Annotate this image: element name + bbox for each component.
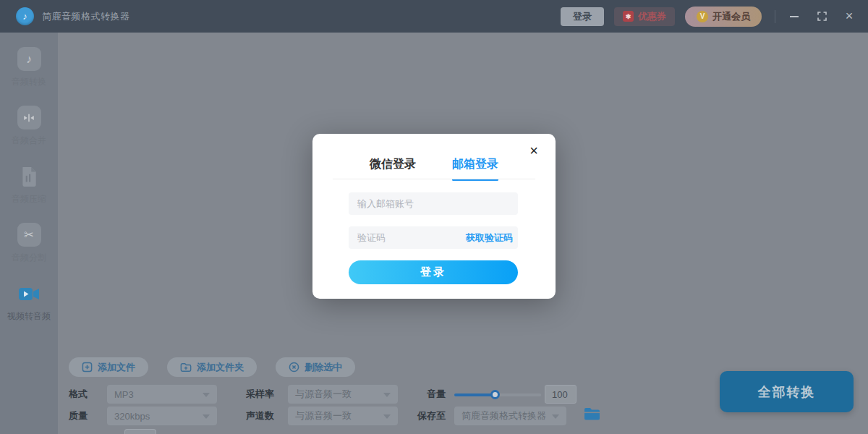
- sidebar-item-label: 音频分割: [12, 252, 46, 264]
- modal-login-button[interactable]: 登录: [349, 260, 518, 284]
- add-file-label: 添加文件: [98, 361, 135, 374]
- coupon-label: 优惠券: [638, 10, 666, 23]
- vip-crown-icon: V: [697, 11, 708, 22]
- add-file-button[interactable]: 添加文件: [69, 357, 148, 377]
- sidebar-item-label: 视频转音频: [7, 310, 51, 323]
- window-controls: ×: [788, 11, 855, 22]
- titlebar: ♪ 简鹿音频格式转换器 登录 ✱ 优惠券 V 开通会员 ×: [0, 0, 868, 33]
- volume-label: 音量: [427, 385, 446, 404]
- video-camera-icon: [17, 281, 41, 305]
- save-to-label: 保存至: [417, 407, 446, 425]
- scissors-icon: ✂: [17, 223, 41, 247]
- minimize-icon[interactable]: [788, 11, 800, 22]
- volume-slider-thumb[interactable]: [490, 390, 500, 399]
- login-modal: × 微信登录 邮箱登录 获取验证码 登录: [312, 134, 556, 299]
- delete-circle-icon: [289, 362, 299, 373]
- channels-select[interactable]: 与源音频一致: [288, 407, 398, 425]
- format-value: MP3: [114, 389, 134, 400]
- music-note-icon: ♪: [17, 47, 41, 71]
- get-code-button[interactable]: 获取验证码: [466, 231, 513, 244]
- folder-icon: [584, 408, 600, 420]
- merge-arrows-icon: [17, 106, 41, 129]
- maximize-icon[interactable]: [816, 11, 827, 22]
- save-to-select[interactable]: 简鹿音频格式转换器: [454, 407, 566, 425]
- sidebar-item-audio-convert[interactable]: ♪ 音频转换: [0, 47, 58, 88]
- quality-label: 质量: [69, 407, 88, 425]
- delete-selected-button[interactable]: 删除选中: [276, 357, 355, 377]
- save-to-value: 简鹿音频格式转换器: [461, 409, 546, 422]
- sidebar-item-video-to-audio[interactable]: 视频转音频: [0, 281, 58, 323]
- sidebar-item-label: 音频转换: [12, 76, 46, 88]
- sidebar-item-audio-merge[interactable]: 音频合并: [0, 106, 58, 147]
- email-field[interactable]: [357, 198, 509, 209]
- chevron-down-icon: [203, 414, 210, 419]
- quality-select[interactable]: 320kbps: [107, 407, 217, 425]
- format-select[interactable]: MP3: [107, 385, 217, 404]
- channels-label: 声道数: [246, 407, 274, 425]
- coupon-button[interactable]: ✱ 优惠券: [614, 7, 675, 26]
- email-field-wrap: [349, 192, 518, 215]
- titlebar-actions: 登录 ✱ 优惠券 V 开通会员 ×: [561, 0, 855, 33]
- sidebar-item-audio-compress[interactable]: 音频压缩: [0, 164, 58, 205]
- open-folder-button[interactable]: [584, 408, 600, 422]
- chevron-down-icon: [203, 393, 210, 397]
- app-title: 简鹿音频格式转换器: [42, 10, 130, 23]
- tabs-divider: [333, 179, 535, 179]
- sample-rate-value: 与源音频一致: [295, 388, 352, 401]
- tab-email-login[interactable]: 邮箱登录: [452, 157, 498, 181]
- sidebar-item-label: 音频合并: [12, 135, 46, 147]
- add-folder-button[interactable]: 添加文件夹: [167, 357, 257, 377]
- login-button[interactable]: 登录: [561, 7, 604, 26]
- compress-file-icon: [17, 164, 41, 188]
- titlebar-divider: [775, 10, 775, 23]
- convert-all-button[interactable]: 全部转换: [720, 371, 854, 412]
- sample-rate-select[interactable]: 与源音频一致: [288, 385, 398, 404]
- quality-value: 320kbps: [114, 411, 150, 422]
- volume-slider[interactable]: [454, 393, 541, 396]
- close-window-icon[interactable]: ×: [843, 11, 855, 22]
- file-toolbar: 添加文件 添加文件夹 删除选中: [69, 357, 355, 377]
- code-field-wrap: 获取验证码: [349, 226, 518, 249]
- volume-value: 100: [552, 389, 568, 400]
- chevron-down-icon: [383, 393, 391, 397]
- chevron-down-icon: [383, 414, 391, 419]
- volume-value-box[interactable]: 100: [545, 385, 576, 404]
- app-window: ♪ 简鹿音频格式转换器 登录 ✱ 优惠券 V 开通会员 ×: [0, 0, 868, 434]
- add-folder-icon: [180, 362, 192, 373]
- verification-code-field[interactable]: [357, 232, 451, 243]
- sidebar-item-label: 音频压缩: [12, 193, 46, 205]
- format-label: 格式: [69, 385, 88, 404]
- tab-wechat-login[interactable]: 微信登录: [370, 157, 416, 181]
- close-icon[interactable]: ×: [529, 143, 538, 158]
- add-file-icon: [82, 362, 93, 373]
- sidebar-item-audio-split[interactable]: ✂ 音频分割: [0, 223, 58, 264]
- coupon-icon: ✱: [623, 11, 634, 22]
- partial-element: [124, 429, 156, 434]
- app-logo-icon: ♪: [16, 7, 34, 25]
- add-folder-label: 添加文件夹: [197, 361, 244, 374]
- vip-label: 开通会员: [712, 10, 750, 23]
- sample-rate-label: 采样率: [246, 385, 274, 404]
- sidebar: ♪ 音频转换 音频合并 音频压缩 ✂ 音频: [0, 33, 58, 434]
- chevron-down-icon: [552, 414, 559, 419]
- vip-button[interactable]: V 开通会员: [685, 7, 762, 27]
- channels-value: 与源音频一致: [295, 409, 352, 422]
- login-tabs: 微信登录 邮箱登录: [312, 157, 556, 181]
- delete-selected-label: 删除选中: [305, 361, 342, 374]
